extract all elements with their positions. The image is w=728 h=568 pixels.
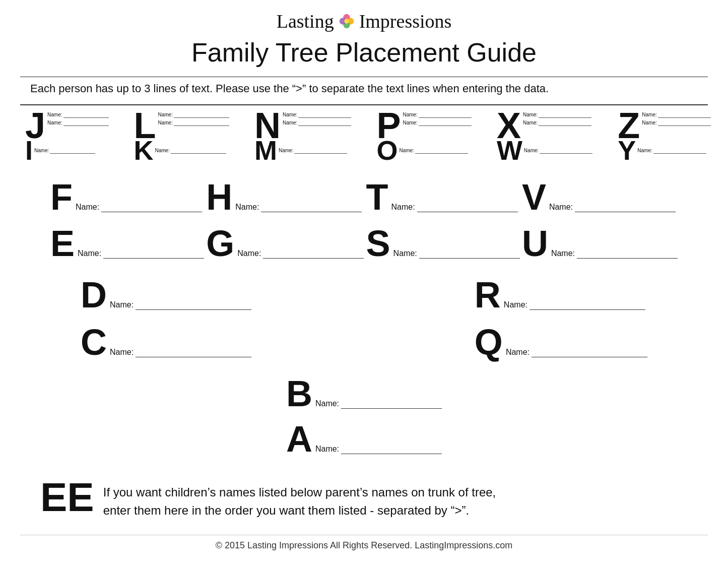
top-group-nm: N Name: Name: M Name: <box>254 109 351 162</box>
name-field-s: Name: <box>393 249 520 259</box>
instructions-text: Each person has up to 3 lines of text. P… <box>30 82 698 95</box>
lower-section: D Name: C Name: R Name: Q Name: <box>20 277 708 360</box>
logo-text-right: Impressions <box>359 10 452 32</box>
row-u: U Name: <box>522 225 678 262</box>
letter-b: B <box>286 375 312 412</box>
name-field-a: Name: <box>315 445 442 454</box>
letter-a: A <box>286 421 312 457</box>
letter-i: I <box>25 138 33 163</box>
lower-group-dc: D Name: C Name: <box>81 277 251 360</box>
mid-group-ts: T Name: S Name: <box>366 179 520 262</box>
mid-section: F Name: E Name: H Name: G Name: <box>20 179 708 262</box>
ee-section: EE If you want children’s names listed b… <box>40 477 688 520</box>
letter-q: Q <box>475 324 503 360</box>
letter-t: T <box>366 179 388 215</box>
footer: © 2015 Lasting Impressions All Rights Re… <box>20 535 708 551</box>
mid-group-vu: V Name: U Name: <box>522 179 678 262</box>
name-field-r: Name: <box>504 300 645 310</box>
letter-m: M <box>254 138 277 163</box>
letter-d: D <box>81 277 107 313</box>
letter-w: W <box>497 138 522 163</box>
mid-group-fe: F Name: E Name: <box>50 179 204 262</box>
name-field-v: Name: <box>549 203 676 212</box>
ee-description: If you want children’s names listed belo… <box>103 477 496 520</box>
letter-u: U <box>522 225 548 262</box>
row-t: T Name: <box>366 179 520 215</box>
row-b: B Name: <box>286 375 442 412</box>
name-field-e: Name: <box>78 249 204 259</box>
row-c: C Name: <box>81 324 251 360</box>
logo: Lasting Impressions <box>277 10 452 32</box>
footer-text: © 2015 Lasting Impressions All Rights Re… <box>216 540 513 550</box>
top-group-xw: X Name: Name: W Name: <box>497 109 592 162</box>
letter-y: Y <box>618 138 636 163</box>
letter-e: E <box>50 225 75 262</box>
ee-line2: enter them here in the order you want th… <box>103 503 469 517</box>
top-group-lk: L Name: Name: K Name: <box>134 109 229 162</box>
bottom-center: B Name: A Name: <box>20 375 708 457</box>
mid-group-hg: H Name: G Name: <box>206 179 364 262</box>
name-field-d: Name: <box>110 300 251 310</box>
row-h: H Name: <box>206 179 364 215</box>
row-g: G Name: <box>206 225 364 262</box>
top-group-ji: J Name: Name: I Name: <box>25 109 109 162</box>
letter-k: K <box>134 138 154 163</box>
lower-group-rq: R Name: Q Name: <box>475 277 647 360</box>
top-group-zy: Z Name: Name: Y Name: <box>618 109 710 162</box>
letter-g: G <box>206 225 234 262</box>
name-field-c: Name: <box>110 348 251 357</box>
letter-r: R <box>475 277 501 313</box>
page-header: Lasting Impressions Family Tree Placemen… <box>20 10 708 68</box>
name-field-g: Name: <box>237 249 364 259</box>
letter-h: H <box>206 179 232 215</box>
page-title: Family Tree Placement Guide <box>20 37 708 68</box>
row-v: V Name: <box>522 179 678 215</box>
letter-o: O <box>376 138 398 163</box>
name-field-u: Name: <box>551 249 678 259</box>
letter-f: F <box>50 179 73 215</box>
row-d: D Name: <box>81 277 251 313</box>
svg-point-4 <box>344 19 349 24</box>
name-field-q: Name: <box>506 348 647 357</box>
top-row: J Name: Name: I Name: L Name: Name: K <box>20 104 708 166</box>
letter-ee: EE <box>40 477 94 518</box>
letter-v: V <box>522 179 546 215</box>
logo-flower-icon <box>337 12 356 31</box>
row-s: S Name: <box>366 225 520 262</box>
row-f: F Name: <box>50 179 204 215</box>
header-divider <box>20 77 708 77</box>
row-a: A Name: <box>286 421 442 457</box>
name-field-t: Name: <box>391 203 518 212</box>
name-field-h: Name: <box>235 203 362 212</box>
row-r: R Name: <box>475 277 647 313</box>
top-group-po: P Name: Name: O Name: <box>376 109 471 162</box>
letter-s: S <box>366 225 390 262</box>
ee-line1: If you want children’s names listed belo… <box>103 485 496 499</box>
letter-c: C <box>81 324 107 360</box>
logo-text-left: Lasting <box>277 10 334 32</box>
name-field-b: Name: <box>315 399 442 409</box>
name-field-f: Name: <box>76 203 202 212</box>
row-q: Q Name: <box>475 324 647 360</box>
row-e: E Name: <box>50 225 204 262</box>
